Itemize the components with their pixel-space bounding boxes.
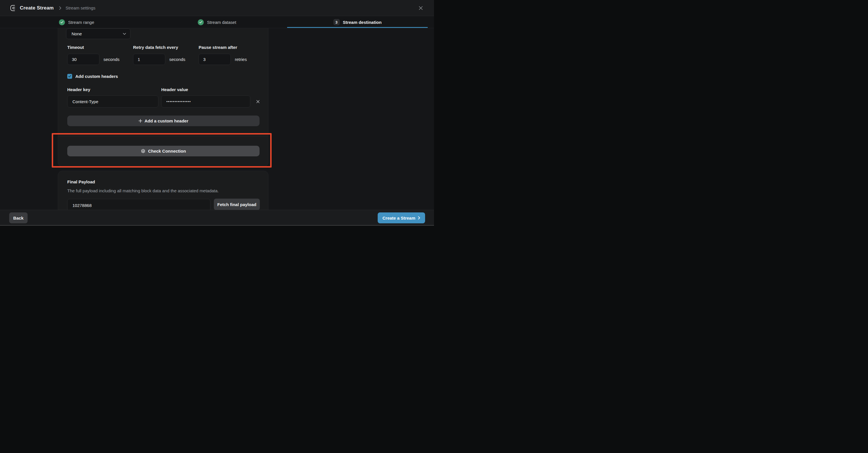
wizard-footer: Back Create a Stream — [0, 210, 434, 225]
create-stream-label: Create a Stream — [382, 216, 415, 220]
create-stream-modal: Create Stream Stream settings Stream ran… — [0, 0, 434, 227]
pause-field-group: Pause stream after retries — [198, 45, 247, 65]
check-connection-label: Check Connection — [148, 149, 186, 153]
modal-bottom-edge — [0, 225, 434, 227]
section-divider — [58, 136, 268, 136]
create-stream-button[interactable]: Create a Stream — [378, 212, 425, 223]
step-number-badge: 3 — [333, 19, 340, 25]
plus-icon — [138, 119, 142, 123]
header-key-input[interactable] — [67, 95, 158, 108]
step-stream-destination[interactable]: 3 Stream destination — [287, 17, 428, 28]
add-custom-header-label: Add a custom header — [145, 118, 189, 123]
header-value-input[interactable] — [161, 95, 250, 108]
pause-unit: retries — [235, 57, 247, 62]
retry-label: Retry data fetch every — [133, 45, 185, 50]
gear-icon — [141, 149, 146, 153]
step-stream-range[interactable]: Stream range — [6, 17, 147, 28]
stream-logo-icon — [10, 5, 17, 11]
check-circle-icon — [198, 19, 204, 25]
final-payload-description: The full payload including all matching … — [67, 188, 219, 193]
custom-headers-checkbox-row: Add custom headers — [67, 74, 118, 79]
breadcrumb-chevron-icon — [59, 6, 62, 10]
pause-input[interactable] — [198, 54, 231, 65]
close-icon — [418, 6, 423, 10]
remove-x-icon — [256, 100, 260, 103]
final-payload-title: Final Payload — [67, 179, 95, 184]
breadcrumb: Stream settings — [65, 5, 95, 10]
check-circle-icon — [59, 19, 65, 25]
retry-unit: seconds — [169, 57, 185, 62]
retry-field-group: Retry data fetch every seconds — [133, 45, 185, 65]
close-button[interactable] — [417, 4, 425, 12]
step-label: Stream range — [68, 20, 94, 25]
check-connection-button[interactable]: Check Connection — [67, 146, 259, 156]
fetch-final-payload-button[interactable]: Fetch final payload — [214, 199, 260, 210]
timeout-field-group: Timeout seconds — [67, 45, 120, 65]
step-label: Stream destination — [343, 20, 382, 25]
add-custom-header-button[interactable]: Add a custom header — [67, 116, 259, 126]
step-label: Stream dataset — [207, 20, 236, 25]
page-title: Create Stream — [20, 5, 54, 11]
final-payload-panel: Final Payload The full payload including… — [58, 171, 269, 214]
step-stream-dataset[interactable]: Stream dataset — [147, 17, 287, 28]
back-button[interactable]: Back — [9, 212, 28, 223]
header-value-label: Header value — [161, 87, 188, 92]
checkmark-icon — [68, 75, 71, 78]
chevron-down-icon — [123, 33, 126, 35]
dropdown-select[interactable]: None — [66, 28, 130, 39]
destination-settings-panel: None Timeout seconds Retry data fetch ev… — [58, 28, 269, 167]
timeout-input[interactable] — [67, 54, 99, 65]
header-key-label: Header key — [67, 87, 90, 92]
modal-header: Create Stream Stream settings — [0, 0, 434, 16]
dropdown-selected-value: None — [71, 31, 82, 36]
custom-headers-checkbox[interactable] — [67, 74, 72, 79]
retry-input[interactable] — [133, 54, 165, 65]
chevron-right-icon — [418, 216, 420, 220]
custom-headers-label: Add custom headers — [75, 74, 118, 79]
timeout-unit: seconds — [103, 57, 120, 62]
timeout-label: Timeout — [67, 45, 120, 50]
step-indicator-bar: Stream range Stream dataset 3 Stream des… — [0, 17, 434, 28]
remove-header-button[interactable] — [255, 98, 261, 104]
pause-label: Pause stream after — [198, 45, 247, 50]
